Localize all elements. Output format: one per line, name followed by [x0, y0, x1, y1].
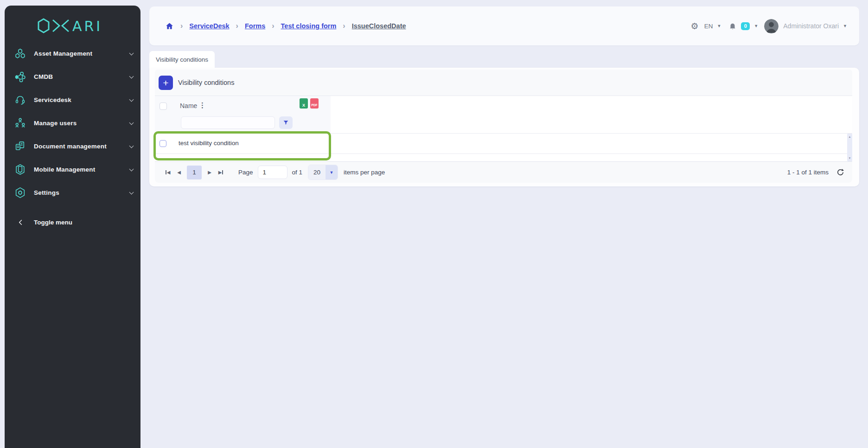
breadcrumb-separator: ›	[236, 22, 238, 30]
document-management-icon	[14, 141, 26, 152]
add-visibility-condition-button[interactable]: +	[159, 76, 173, 90]
app-window: ARI Asset Management	[0, 0, 868, 448]
sidebar: ARI Asset Management	[5, 6, 140, 448]
breadcrumb-separator: ›	[272, 22, 274, 30]
sidebar-item-cmdb[interactable]: CMDB	[5, 65, 140, 88]
servicedesk-icon	[14, 94, 26, 106]
toggle-menu-label: Toggle menu	[34, 219, 72, 226]
pager-right-group: 1 - 1 of 1 items	[787, 168, 845, 177]
chevron-down-icon	[129, 74, 134, 78]
scroll-down-icon[interactable]: ▼	[847, 156, 852, 160]
items-summary: 1 - 1 of 1 items	[787, 169, 829, 176]
grid-row-divider	[155, 154, 852, 154]
manage-users-icon	[14, 117, 26, 129]
settings-icon	[14, 187, 26, 198]
sidebar-item-label: Asset Management	[34, 50, 92, 57]
oxari-logo-icon: ARI	[36, 18, 109, 34]
sidebar-item-asset-management[interactable]: Asset Management	[5, 42, 140, 65]
chevron-down-icon	[129, 51, 134, 55]
sidebar-item-mobile-management[interactable]: Mobile Management	[5, 158, 140, 181]
previous-page-button[interactable]: ◀	[173, 167, 185, 178]
user-silhouette-icon	[764, 19, 779, 33]
caret-down-icon[interactable]: ▼	[754, 24, 758, 28]
sidebar-item-settings[interactable]: Settings	[5, 181, 140, 204]
scroll-up-icon[interactable]: ▲	[847, 134, 852, 139]
last-page-bar	[222, 170, 223, 174]
prev-triangle-icon: ◀	[167, 170, 171, 175]
page-size-select[interactable]: 20 ▼	[308, 165, 338, 180]
breadcrumb-link-forms[interactable]: Forms	[245, 22, 265, 30]
sidebar-item-label: Document management	[34, 143, 107, 150]
page-of-label: of 1	[292, 169, 303, 176]
breadcrumb-current: IssueClosedDate	[352, 22, 406, 30]
select-all-checkbox[interactable]	[160, 102, 167, 110]
breadcrumb: › ServiceDesk › Forms › Test closing for…	[165, 22, 406, 31]
chevron-left-icon	[17, 219, 24, 226]
refresh-icon[interactable]	[836, 168, 845, 177]
caret-down-icon[interactable]: ▼	[717, 24, 721, 28]
cmdb-icon	[14, 71, 26, 83]
sidebar-nav: Asset Management CMDB	[5, 42, 140, 204]
row-name-cell[interactable]: test visibility condition	[179, 140, 239, 147]
mobile-management-icon	[14, 164, 26, 175]
chevron-down-icon	[129, 97, 134, 102]
home-icon[interactable]	[165, 22, 174, 31]
first-page-button[interactable]: ◀	[162, 167, 173, 178]
export-excel-icon[interactable]: X	[300, 98, 308, 109]
last-page-button[interactable]: ▶	[215, 167, 226, 178]
chevron-down-icon	[129, 166, 134, 171]
grid-toolbar: + Visibility conditions	[155, 70, 852, 96]
breadcrumb-bar: › ServiceDesk › Forms › Test closing for…	[149, 6, 859, 45]
sidebar-item-document-management[interactable]: Document management	[5, 134, 140, 158]
items-per-page-label: items per page	[344, 169, 385, 176]
next-page-button[interactable]: ▶	[204, 167, 215, 178]
breadcrumb-link-servicedesk[interactable]: ServiceDesk	[189, 22, 229, 30]
notification-badge[interactable]: 0	[741, 22, 750, 30]
breadcrumb-separator: ›	[343, 22, 345, 30]
sidebar-item-label: Servicedesk	[34, 96, 71, 103]
sidebar-item-manage-users[interactable]: Manage users	[5, 111, 140, 134]
chevron-down-icon	[129, 190, 134, 194]
column-menu-icon[interactable]: ⋮	[199, 101, 206, 109]
next-triangle-icon: ▶	[218, 170, 222, 175]
page-size-value: 20	[308, 165, 326, 179]
grid-vertical-scrollbar[interactable]: ▲ ▼	[847, 134, 852, 161]
language-selector[interactable]: EN	[704, 23, 713, 30]
chevron-down-icon	[129, 143, 134, 148]
sidebar-item-servicedesk[interactable]: Servicedesk	[5, 88, 140, 111]
svg-text:ARI: ARI	[72, 18, 102, 34]
page-number-input[interactable]	[258, 166, 287, 179]
sidebar-item-label: Manage users	[34, 120, 77, 127]
visibility-conditions-grid: Name ⋮ X PDF test visibility condition ▲…	[155, 96, 852, 161]
chevron-down-icon	[129, 120, 134, 125]
sidebar-item-label: Mobile Management	[34, 166, 95, 173]
asset-management-icon	[14, 48, 26, 59]
filter-button[interactable]	[279, 116, 293, 129]
export-pdf-icon[interactable]: PDF	[310, 98, 319, 109]
grid-pager: ◀ ◀ 1 ▶ ▶ Page of 1 20 ▼ items per page …	[155, 161, 852, 183]
user-name[interactable]: Administrator Oxari	[783, 22, 839, 30]
oxari-logo: ARI	[5, 17, 140, 35]
column-header-name[interactable]: Name	[180, 102, 197, 109]
caret-down-icon[interactable]: ▼	[843, 24, 847, 28]
topbar-controls: ⚙ EN ▼ 0 ▼ Administrator Oxari ▼	[691, 19, 847, 33]
next-triangle-icon: ▶	[208, 170, 211, 175]
breadcrumb-link-test-closing-form[interactable]: Test closing form	[281, 22, 337, 30]
breadcrumb-separator: ›	[180, 22, 183, 30]
bell-icon[interactable]	[728, 22, 737, 30]
page-label: Page	[238, 169, 253, 176]
toolbar-title: Visibility conditions	[178, 79, 234, 86]
current-page-button[interactable]: 1	[187, 166, 202, 179]
grid-row-divider	[155, 133, 852, 134]
row-checkbox[interactable]	[160, 140, 166, 147]
funnel-icon	[283, 120, 289, 126]
gear-icon[interactable]: ⚙	[691, 21, 699, 32]
sidebar-item-label: CMDB	[34, 73, 53, 80]
tab-visibility-conditions[interactable]: Visibility conditions	[149, 51, 215, 68]
caret-down-icon: ▼	[326, 165, 338, 179]
prev-triangle-icon: ◀	[177, 170, 181, 175]
toggle-menu-button[interactable]: Toggle menu	[5, 211, 140, 234]
sidebar-item-label: Settings	[34, 189, 59, 196]
name-filter-input[interactable]	[181, 116, 275, 129]
avatar[interactable]	[764, 19, 779, 33]
